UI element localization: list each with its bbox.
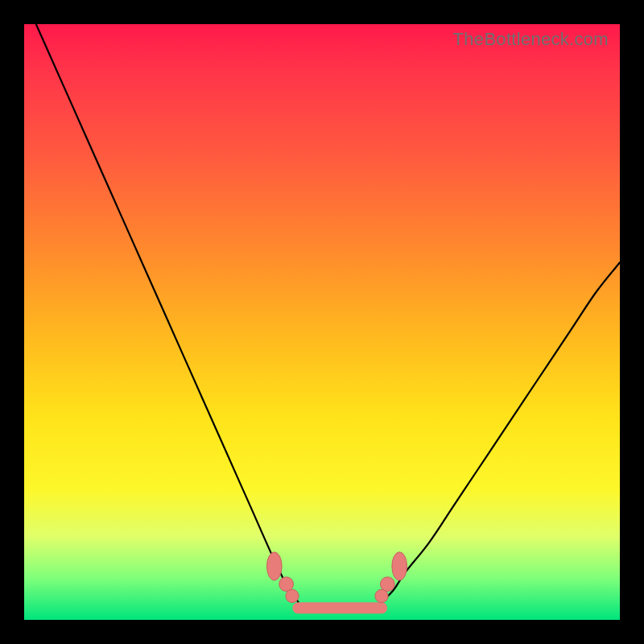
chart-frame: TheBottleneck.com (0, 0, 644, 644)
curve-marker (392, 552, 407, 580)
curve-marker (266, 552, 282, 580)
curve-marker (381, 577, 395, 592)
right-curve (382, 262, 620, 602)
curve-marker (279, 577, 294, 592)
plot-area: TheBottleneck.com (24, 24, 620, 620)
left-curve (36, 24, 299, 602)
curve-marker (286, 589, 299, 602)
curves-svg (24, 24, 620, 620)
markers-group (266, 552, 407, 603)
